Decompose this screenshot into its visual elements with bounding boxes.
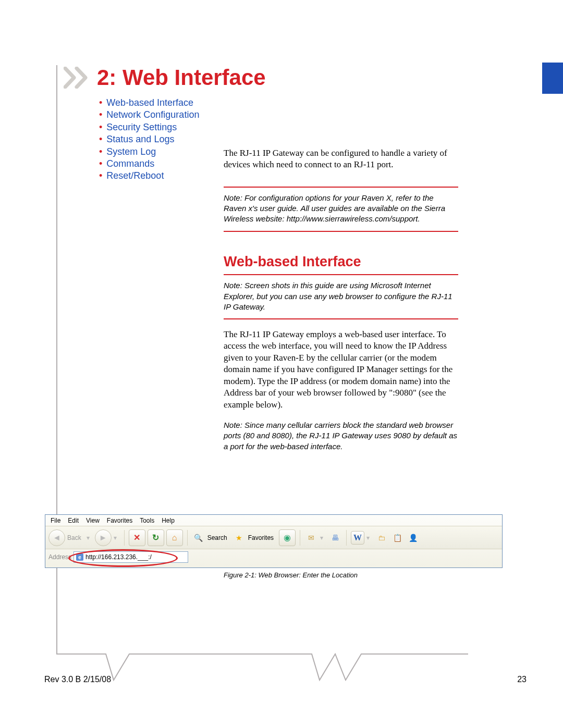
footer-revision: Rev 3.0 B 2/15/08 <box>44 675 111 684</box>
toc-item[interactable]: •Status and Logs <box>99 133 199 145</box>
body-paragraph: The RJ-11 IP Gateway employs a web-based… <box>224 329 458 411</box>
refresh-button[interactable]: ↻ <box>148 529 164 546</box>
note-rule-bottom <box>224 231 458 232</box>
figure-browser-screenshot: File Edit View Favorites Tools Help ◄ Ba… <box>45 514 503 568</box>
address-input[interactable]: e http://166.213.236.___:/ <box>74 551 188 563</box>
bullet-icon: • <box>99 97 102 109</box>
ie-toolbar: ◄ Back ▾ ► ▾ ✕ ↻ ⌂ 🔍 Search ★ Favorites … <box>45 526 502 549</box>
toc-link[interactable]: Web-based Interface <box>106 97 193 109</box>
note-text: Note: Since many cellular carriers block… <box>224 420 458 452</box>
dropdown-icon[interactable]: ▾ <box>320 534 323 541</box>
chapter-chevrons-icon <box>64 67 92 89</box>
ie-menu-tools[interactable]: Tools <box>140 517 154 524</box>
favorites-label[interactable]: Favorites <box>248 534 274 541</box>
note-rule-bottom <box>224 318 458 319</box>
toolbar-separator <box>346 530 347 546</box>
arrow-right-icon: ► <box>99 533 107 542</box>
note-rule-top <box>224 187 458 188</box>
toc-link[interactable]: Security Settings <box>106 121 177 133</box>
ie-menu-edit[interactable]: Edit <box>68 517 79 524</box>
toc-item[interactable]: •Commands <box>99 158 199 170</box>
media-icon: ◉ <box>284 533 291 542</box>
toc-link[interactable]: Reset/Reboot <box>106 170 164 182</box>
print-icon[interactable]: 🖶 <box>328 531 342 545</box>
note-text: Note: For configuration options for your… <box>224 193 458 225</box>
footer-page-number: 23 <box>517 675 527 684</box>
search-label[interactable]: Search <box>207 534 227 541</box>
footer-divider-squiggle <box>56 649 468 685</box>
search-icon[interactable]: 🔍 <box>192 531 205 545</box>
bullet-icon: • <box>99 170 102 182</box>
dropdown-icon[interactable]: ▾ <box>366 534 370 541</box>
arrow-left-icon: ◄ <box>53 533 61 542</box>
toolbar-separator <box>187 530 188 546</box>
messenger-icon[interactable]: 👤 <box>406 531 420 545</box>
toc-item[interactable]: •Reset/Reboot <box>99 170 199 182</box>
ie-window: File Edit View Favorites Tools Help ◄ Ba… <box>45 514 503 568</box>
home-button[interactable]: ⌂ <box>166 529 183 546</box>
back-button[interactable]: ◄ <box>48 529 65 546</box>
chapter-toc: •Web-based Interface •Network Configurat… <box>99 97 199 182</box>
mail-icon[interactable]: ✉ <box>304 531 318 545</box>
note-text: Note: Screen shots in this guide are usi… <box>224 280 458 312</box>
ie-menu-bar: File Edit View Favorites Tools Help <box>45 515 502 526</box>
toolbar-separator <box>124 530 125 546</box>
figure-caption: Figure 2-1: Web Browser: Enter the Locat… <box>224 571 358 579</box>
chapter-title: 2: Web Interface <box>97 65 266 90</box>
toc-item[interactable]: •System Log <box>99 146 199 158</box>
folder-icon[interactable]: 🗀 <box>375 531 388 545</box>
ie-menu-view[interactable]: View <box>86 517 100 524</box>
forward-button[interactable]: ► <box>95 529 112 546</box>
ie-menu-file[interactable]: File <box>51 517 60 524</box>
page-tab-mark <box>542 63 563 94</box>
address-value: http://166.213.236.___:/ <box>85 553 152 561</box>
section-heading: Web-based Interface <box>224 253 458 272</box>
toc-item[interactable]: •Network Configuration <box>99 109 199 121</box>
stop-button[interactable]: ✕ <box>129 529 145 546</box>
toc-item[interactable]: •Security Settings <box>99 121 199 133</box>
chapter-title-row: 2: Web Interface <box>67 65 266 90</box>
favorites-star-icon[interactable]: ★ <box>232 531 246 545</box>
note-rule-top <box>224 274 458 275</box>
toc-link[interactable]: Commands <box>106 158 154 170</box>
body-column: The RJ-11 IP Gateway can be configured t… <box>224 147 458 452</box>
bullet-icon: • <box>99 146 102 158</box>
bullet-icon: • <box>99 133 102 145</box>
intro-paragraph: The RJ-11 IP Gateway can be configured t… <box>224 147 458 171</box>
research-icon[interactable]: 📋 <box>390 531 404 545</box>
bullet-icon: • <box>99 158 102 170</box>
bullet-icon: • <box>99 109 102 121</box>
toc-link[interactable]: System Log <box>106 146 156 158</box>
toc-item[interactable]: •Web-based Interface <box>99 97 199 109</box>
toolbar-separator <box>300 530 300 546</box>
home-icon: ⌂ <box>172 533 177 542</box>
ie-address-bar-row: Address e http://166.213.236.___:/ <box>45 549 502 565</box>
bullet-icon: • <box>99 121 102 133</box>
refresh-icon: ↻ <box>152 533 159 542</box>
toc-link[interactable]: Status and Logs <box>106 133 174 145</box>
toc-link[interactable]: Network Configuration <box>106 109 199 121</box>
dropdown-icon[interactable]: ▾ <box>114 534 117 541</box>
ie-menu-favorites[interactable]: Favorites <box>107 517 132 524</box>
back-label: Back <box>67 534 81 541</box>
dropdown-icon[interactable]: ▾ <box>87 534 90 541</box>
media-button[interactable]: ◉ <box>279 529 296 546</box>
ie-favicon-icon: e <box>76 553 83 561</box>
address-label: Address <box>48 553 71 561</box>
stop-icon: ✕ <box>133 533 140 542</box>
word-icon[interactable]: W <box>351 531 364 545</box>
ie-menu-help[interactable]: Help <box>162 517 175 524</box>
